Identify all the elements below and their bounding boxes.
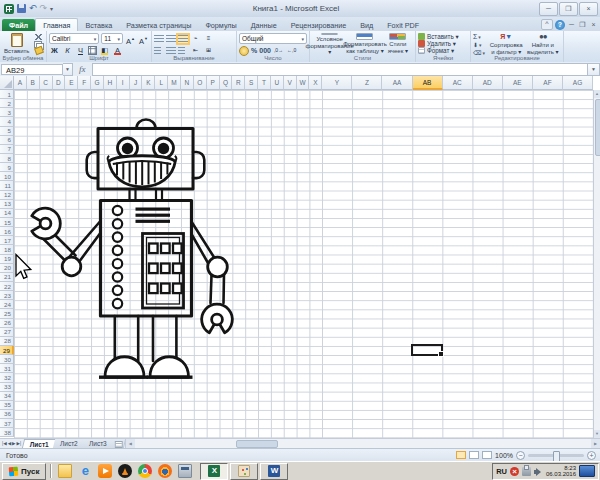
column-header-F[interactable]: F bbox=[78, 76, 91, 90]
find-select-button[interactable]: ●● Найти и выделить ▾ bbox=[525, 33, 562, 54]
align-center-icon[interactable] bbox=[166, 47, 176, 55]
row-header-36[interactable]: 36 bbox=[0, 410, 14, 419]
column-header-M[interactable]: M bbox=[168, 76, 181, 90]
row-header-34[interactable]: 34 bbox=[0, 392, 14, 401]
column-header-C[interactable]: C bbox=[40, 76, 53, 90]
taskbar-button-word[interactable]: W bbox=[260, 463, 288, 480]
column-header-H[interactable]: H bbox=[104, 76, 117, 90]
zoom-level[interactable]: 100% bbox=[495, 452, 513, 459]
volume-icon[interactable] bbox=[534, 467, 543, 476]
tab-Рецензирование[interactable]: Рецензирование bbox=[284, 19, 354, 31]
row-header-15[interactable]: 15 bbox=[0, 218, 14, 227]
language-indicator[interactable]: RU bbox=[496, 467, 507, 476]
minimize-button[interactable]: ─ bbox=[539, 2, 558, 16]
excel-logo-icon[interactable] bbox=[4, 4, 14, 14]
column-header-E[interactable]: E bbox=[65, 76, 78, 90]
row-header-8[interactable]: 8 bbox=[0, 154, 14, 163]
column-header-AB[interactable]: AB bbox=[413, 76, 443, 90]
column-header-V[interactable]: V bbox=[284, 76, 297, 90]
row-header-10[interactable]: 10 bbox=[0, 172, 14, 181]
tab-Формулы[interactable]: Формулы bbox=[198, 19, 243, 31]
column-header-A[interactable]: A bbox=[14, 76, 27, 90]
column-header-U[interactable]: U bbox=[271, 76, 284, 90]
sheet-tab-Лист3[interactable]: Лист3 bbox=[82, 439, 115, 448]
row-header-17[interactable]: 17 bbox=[0, 236, 14, 245]
insert-function-icon[interactable]: fx bbox=[73, 64, 92, 74]
normal-view-icon[interactable] bbox=[456, 451, 466, 459]
expand-formula-bar-icon[interactable]: ▼ bbox=[587, 63, 600, 76]
calculator-icon[interactable] bbox=[178, 464, 192, 478]
grow-font-icon[interactable]: А▲ bbox=[125, 33, 136, 44]
scroll-left-icon[interactable]: ◀ bbox=[126, 439, 135, 448]
row-header-5[interactable]: 5 bbox=[0, 127, 14, 136]
font-size-select[interactable]: 11▾ bbox=[101, 33, 123, 44]
shrink-font-icon[interactable]: А▼ bbox=[138, 33, 149, 44]
delete-cells-button[interactable]: Удалить ▾ bbox=[418, 40, 468, 47]
help-icon[interactable]: ? bbox=[555, 20, 565, 30]
printer-icon[interactable] bbox=[522, 467, 531, 476]
start-button[interactable]: Пуск bbox=[2, 463, 46, 480]
first-sheet-icon[interactable]: |◀ bbox=[2, 441, 7, 446]
column-header-S[interactable]: S bbox=[245, 76, 258, 90]
column-header-B[interactable]: B bbox=[27, 76, 40, 90]
show-desktop-icon[interactable] bbox=[579, 465, 595, 477]
name-box[interactable]: AB29 bbox=[1, 64, 63, 75]
row-header-38[interactable]: 38 bbox=[0, 428, 14, 437]
column-header-L[interactable]: L bbox=[155, 76, 168, 90]
zoom-slider[interactable] bbox=[528, 454, 584, 457]
format-cells-button[interactable]: Формат ▾ bbox=[418, 47, 468, 54]
row-header-33[interactable]: 33 bbox=[0, 383, 14, 392]
tab-Вставка[interactable]: Вставка bbox=[78, 19, 119, 31]
row-header-9[interactable]: 9 bbox=[0, 163, 14, 172]
horizontal-scrollbar[interactable]: ◀ ▶ bbox=[125, 439, 600, 448]
column-header-AE[interactable]: AE bbox=[503, 76, 533, 90]
row-header-30[interactable]: 30 bbox=[0, 355, 14, 364]
firefox-icon[interactable] bbox=[158, 464, 172, 478]
insert-worksheet-icon[interactable] bbox=[111, 439, 126, 448]
row-header-32[interactable]: 32 bbox=[0, 373, 14, 382]
autosum-button[interactable]: Σ▾ bbox=[473, 33, 485, 40]
sort-filter-button[interactable]: Я▼ Сортировка и фильтр ▾ bbox=[488, 33, 525, 54]
number-format-select[interactable]: Общий▾ bbox=[239, 33, 307, 44]
tab-Foxit PDF[interactable]: Foxit PDF bbox=[380, 19, 426, 31]
orientation-icon[interactable]: ⌁ bbox=[190, 33, 201, 44]
align-middle-icon[interactable] bbox=[166, 35, 176, 43]
column-header-G[interactable]: G bbox=[91, 76, 104, 90]
column-header-W[interactable]: W bbox=[297, 76, 310, 90]
tab-Вид[interactable]: Вид bbox=[353, 19, 380, 31]
format-painter-icon[interactable] bbox=[34, 47, 43, 53]
format-as-table-button[interactable]: Форматировать как таблицу ▾ bbox=[348, 33, 381, 54]
column-header-J[interactable]: J bbox=[130, 76, 143, 90]
select-all-corner[interactable] bbox=[0, 76, 14, 90]
prev-sheet-icon[interactable]: ◀ bbox=[8, 441, 11, 446]
cell-styles-button[interactable]: Стили ячеек ▾ bbox=[384, 33, 412, 54]
row-header-28[interactable]: 28 bbox=[0, 337, 14, 346]
column-header-T[interactable]: T bbox=[258, 76, 271, 90]
row-header-3[interactable]: 3 bbox=[0, 108, 14, 117]
media-player-icon[interactable] bbox=[98, 464, 112, 478]
redo-icon[interactable]: ↷ bbox=[40, 4, 48, 13]
fill-button[interactable]: ⬇▾ bbox=[473, 41, 485, 48]
tab-Данные[interactable]: Данные bbox=[244, 19, 284, 31]
column-header-K[interactable]: K bbox=[142, 76, 155, 90]
insert-cells-button[interactable]: Вставить ▾ bbox=[418, 33, 468, 40]
row-header-11[interactable]: 11 bbox=[0, 181, 14, 190]
scroll-down-icon[interactable]: ▼ bbox=[594, 430, 600, 438]
internet-explorer-icon[interactable] bbox=[78, 464, 92, 478]
row-header-26[interactable]: 26 bbox=[0, 319, 14, 328]
conditional-formatting-button[interactable]: Условное форматирование ▾ bbox=[313, 33, 346, 54]
row-header-16[interactable]: 16 bbox=[0, 227, 14, 236]
column-header-I[interactable]: I bbox=[117, 76, 130, 90]
row-header-22[interactable]: 22 bbox=[0, 282, 14, 291]
column-header-X[interactable]: X bbox=[309, 76, 322, 90]
page-break-view-icon[interactable] bbox=[482, 451, 492, 459]
column-header-Y[interactable]: Y bbox=[322, 76, 352, 90]
row-header-35[interactable]: 35 bbox=[0, 401, 14, 410]
row-header-14[interactable]: 14 bbox=[0, 209, 14, 218]
align-bottom-icon[interactable] bbox=[178, 35, 188, 43]
scroll-right-icon[interactable]: ▶ bbox=[591, 439, 600, 448]
currency-icon[interactable] bbox=[239, 46, 249, 56]
column-header-P[interactable]: P bbox=[207, 76, 220, 90]
horizontal-scroll-thumb[interactable] bbox=[236, 440, 278, 448]
close-button[interactable]: × bbox=[579, 2, 598, 16]
